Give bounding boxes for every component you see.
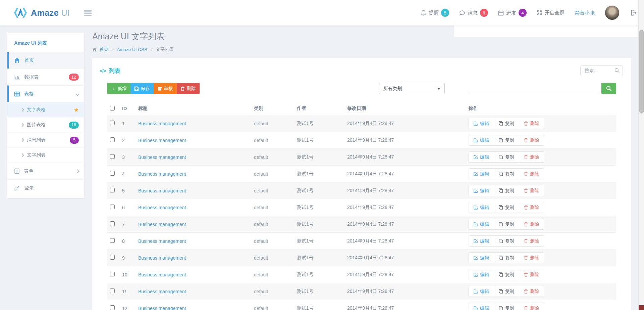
copy-button[interactable]: 复制 <box>494 286 519 297</box>
sidebar-subitem-text-list[interactable]: 文字列表 <box>7 147 84 163</box>
user-avatar[interactable] <box>605 5 620 20</box>
sidebar-toggle-icon[interactable] <box>84 10 92 16</box>
copy-button[interactable]: 复制 <box>494 219 519 229</box>
scrollbar-thumb[interactable] <box>639 30 644 114</box>
copy-button[interactable]: 复制 <box>494 185 519 196</box>
row-title-link[interactable]: Business management <box>138 121 186 126</box>
logout-icon[interactable] <box>631 10 637 16</box>
row-title-link[interactable]: Business management <box>138 188 186 193</box>
edit-button[interactable]: 编辑 <box>469 269 494 280</box>
list-panel: </> 列表 ＋新增 <box>92 58 631 310</box>
save-button[interactable]: 保存 <box>130 83 154 94</box>
sidebar-item-login[interactable]: 登录 <box>7 179 84 196</box>
column-header-category: 类别 <box>251 102 294 115</box>
edit-button[interactable]: 编辑 <box>469 152 494 162</box>
copy-button[interactable]: 复制 <box>494 152 519 162</box>
copy-button[interactable]: 复制 <box>494 135 519 145</box>
row-title-link[interactable]: Business management <box>138 255 186 261</box>
row-checkbox[interactable] <box>110 305 115 310</box>
sidebar-subitem-message-list[interactable]: 消息列表 5 <box>7 132 84 147</box>
brand-logo[interactable]: Amaze UI <box>13 7 70 18</box>
delete-row-button[interactable]: 删除 <box>519 169 544 179</box>
sidebar-item-label: 登录 <box>24 185 34 191</box>
row-checkbox[interactable] <box>110 221 115 226</box>
delete-row-button[interactable]: 删除 <box>519 236 544 246</box>
row-title-link[interactable]: Business management <box>138 306 186 310</box>
row-title-link[interactable]: Business management <box>138 238 186 244</box>
row-checkbox[interactable] <box>110 137 115 142</box>
edit-button[interactable]: 编辑 <box>469 118 494 129</box>
archive-icon <box>157 86 162 91</box>
edit-button[interactable]: 编辑 <box>469 185 494 196</box>
row-checkbox[interactable] <box>110 238 115 243</box>
category-select[interactable]: 所有类别 <box>379 83 445 94</box>
delete-row-button[interactable]: 删除 <box>519 219 544 229</box>
toolbar: ＋新增 保存 <box>107 83 616 94</box>
sidebar-item-tables[interactable]: 表格 <box>7 85 84 102</box>
review-button[interactable]: 审核 <box>154 83 177 94</box>
edit-button[interactable]: 编辑 <box>469 202 494 213</box>
delete-row-button[interactable]: 删除 <box>519 286 544 297</box>
sidebar-subitem-text-table[interactable]: 文字表格 ★ <box>7 102 84 117</box>
copy-button[interactable]: 复制 <box>494 236 519 246</box>
copy-button[interactable]: 复制 <box>494 202 519 213</box>
row-title-link[interactable]: Business management <box>138 272 186 277</box>
add-button[interactable]: ＋新增 <box>107 83 130 94</box>
username-link[interactable]: 禁言小张 <box>575 10 595 16</box>
delete-row-button[interactable]: 删除 <box>519 152 544 162</box>
filter-input[interactable] <box>469 83 599 94</box>
row-title-link[interactable]: Business management <box>138 154 186 160</box>
copy-button[interactable]: 复制 <box>494 169 519 179</box>
delete-button[interactable]: 删除 <box>177 83 200 94</box>
delete-row-button[interactable]: 删除 <box>519 269 544 280</box>
messages-menu-item[interactable]: 消息 9 <box>459 9 488 17</box>
edit-button[interactable]: 编辑 <box>469 236 494 246</box>
edit-button[interactable]: 编辑 <box>469 135 494 145</box>
sidebar-item-datatable[interactable]: 数据表 12 <box>7 69 84 85</box>
row-checkbox[interactable] <box>110 272 115 276</box>
breadcrumb-mid-link[interactable]: Amaze UI CSS <box>117 47 147 52</box>
delete-row-button[interactable]: 删除 <box>519 185 544 196</box>
delete-row-button[interactable]: 删除 <box>519 202 544 213</box>
row-checkbox[interactable] <box>110 121 115 125</box>
select-all-checkbox[interactable] <box>110 106 115 110</box>
edit-button[interactable]: 编辑 <box>469 219 494 229</box>
edit-button[interactable]: 编辑 <box>469 303 494 310</box>
edit-button[interactable]: 编辑 <box>469 253 494 263</box>
edit-button[interactable]: 编辑 <box>469 169 494 179</box>
fullscreen-button[interactable]: 开启全屏 <box>537 10 565 16</box>
delete-row-button[interactable]: 删除 <box>519 303 544 310</box>
copy-button[interactable]: 复制 <box>494 118 519 129</box>
row-title-link[interactable]: Business management <box>138 205 186 210</box>
delete-row-button[interactable]: 删除 <box>519 118 544 129</box>
copy-icon <box>499 289 503 294</box>
table-search-button[interactable] <box>601 83 616 94</box>
row-title-link[interactable]: Business management <box>138 171 186 177</box>
row-title-link[interactable]: Business management <box>138 222 186 227</box>
sidebar-item-forms[interactable]: 表单 <box>7 163 84 179</box>
row-id: 3 <box>119 149 136 166</box>
sidebar-subitem-image-table[interactable]: 图片表格 18 <box>7 117 84 132</box>
row-category: default <box>254 222 268 227</box>
row-checkbox[interactable] <box>110 188 115 192</box>
row-checkbox[interactable] <box>110 289 115 293</box>
breadcrumb-home-link[interactable]: 首页 <box>99 46 108 52</box>
delete-row-button[interactable]: 删除 <box>519 253 544 263</box>
alerts-menu-item[interactable]: 提醒 5 <box>421 9 449 17</box>
sidebar-item-home[interactable]: 首页 <box>7 52 84 69</box>
key-icon <box>14 185 20 191</box>
row-title-link[interactable]: Business management <box>138 289 186 294</box>
row-title-link[interactable]: Business management <box>138 138 186 143</box>
copy-button[interactable]: 复制 <box>494 269 519 280</box>
delete-row-button[interactable]: 删除 <box>519 135 544 145</box>
copy-button[interactable]: 复制 <box>494 253 519 263</box>
copy-button[interactable]: 复制 <box>494 303 519 310</box>
vertical-scrollbar[interactable] <box>638 0 644 310</box>
row-checkbox[interactable] <box>110 255 115 260</box>
panel-search <box>580 65 623 76</box>
row-checkbox[interactable] <box>110 171 115 176</box>
row-checkbox[interactable] <box>110 154 115 159</box>
progress-menu-item[interactable]: 进度 4 <box>498 9 527 17</box>
edit-button[interactable]: 编辑 <box>469 286 494 297</box>
row-checkbox[interactable] <box>110 205 115 209</box>
